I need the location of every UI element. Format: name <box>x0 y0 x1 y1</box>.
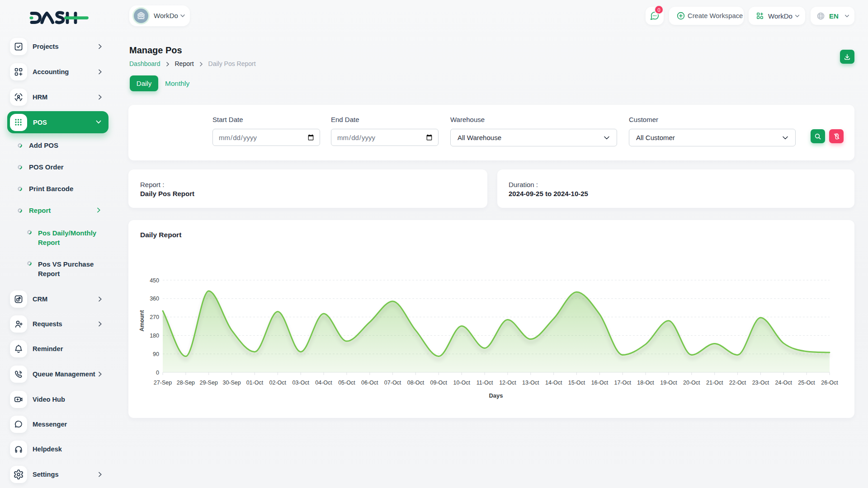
svg-text:0: 0 <box>156 370 159 376</box>
svg-text:08-Oct: 08-Oct <box>407 380 425 386</box>
svg-text:28-Sep: 28-Sep <box>177 380 195 386</box>
svg-text:18-Oct: 18-Oct <box>637 380 654 386</box>
svg-text:22-Oct: 22-Oct <box>729 380 746 386</box>
svg-text:23-Oct: 23-Oct <box>752 380 769 386</box>
svg-text:29-Sep: 29-Sep <box>200 380 218 386</box>
svg-text:27-Sep: 27-Sep <box>154 380 172 386</box>
svg-text:03-Oct: 03-Oct <box>292 380 309 386</box>
svg-text:450: 450 <box>150 277 159 284</box>
svg-text:09-Oct: 09-Oct <box>430 380 448 386</box>
svg-text:19-Oct: 19-Oct <box>660 380 677 386</box>
svg-text:14-Oct: 14-Oct <box>545 380 562 386</box>
svg-text:30-Sep: 30-Sep <box>222 380 241 386</box>
svg-text:180: 180 <box>150 333 159 339</box>
svg-text:01-Oct: 01-Oct <box>246 380 264 386</box>
svg-text:360: 360 <box>150 296 159 302</box>
svg-text:25-Oct: 25-Oct <box>798 380 815 386</box>
svg-text:Amount: Amount <box>139 310 145 332</box>
svg-text:12-Oct: 12-Oct <box>499 380 516 386</box>
svg-text:20-Oct: 20-Oct <box>683 380 700 386</box>
svg-text:04-Oct: 04-Oct <box>315 380 332 386</box>
svg-text:24-Oct: 24-Oct <box>775 380 793 386</box>
svg-text:13-Oct: 13-Oct <box>522 380 539 386</box>
svg-text:Days: Days <box>489 392 503 399</box>
svg-text:07-Oct: 07-Oct <box>384 380 401 386</box>
svg-text:11-Oct: 11-Oct <box>476 380 493 386</box>
svg-text:10-Oct: 10-Oct <box>453 380 470 386</box>
svg-text:17-Oct: 17-Oct <box>614 380 631 386</box>
svg-text:05-Oct: 05-Oct <box>338 380 355 386</box>
svg-text:26-Oct: 26-Oct <box>821 380 838 386</box>
svg-text:02-Oct: 02-Oct <box>269 380 287 386</box>
svg-text:270: 270 <box>150 314 159 320</box>
svg-text:15-Oct: 15-Oct <box>568 380 585 386</box>
svg-text:21-Oct: 21-Oct <box>706 380 723 386</box>
svg-text:90: 90 <box>153 351 159 357</box>
svg-text:16-Oct: 16-Oct <box>591 380 609 386</box>
svg-text:06-Oct: 06-Oct <box>361 380 378 386</box>
